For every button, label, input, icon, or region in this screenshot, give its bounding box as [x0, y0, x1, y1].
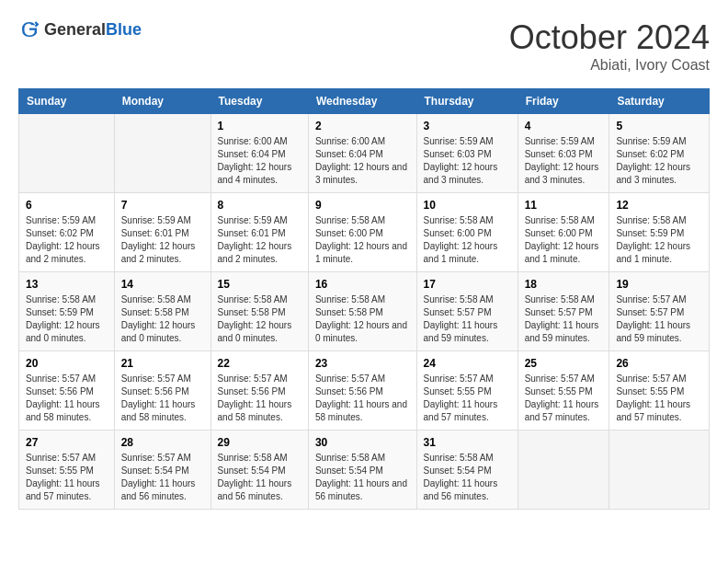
page-header: GeneralBlue October 2024 Abiati, Ivory C… — [18, 18, 710, 74]
calendar-cell: 30Sunrise: 5:58 AM Sunset: 5:54 PM Dayli… — [308, 431, 416, 510]
calendar-cell: 23Sunrise: 5:57 AM Sunset: 5:56 PM Dayli… — [308, 351, 416, 431]
day-number: 23 — [315, 357, 410, 370]
day-info: Sunrise: 5:58 AM Sunset: 5:57 PM Dayligh… — [424, 293, 511, 345]
calendar-cell: 19Sunrise: 5:57 AM Sunset: 5:57 PM Dayli… — [609, 272, 710, 351]
day-number: 31 — [424, 436, 511, 449]
calendar-cell: 22Sunrise: 5:57 AM Sunset: 5:56 PM Dayli… — [210, 351, 308, 431]
day-info: Sunrise: 5:57 AM Sunset: 5:54 PM Dayligh… — [121, 452, 204, 503]
calendar-cell: 15Sunrise: 5:58 AM Sunset: 5:58 PM Dayli… — [210, 272, 308, 351]
calendar-cell — [19, 114, 115, 193]
day-number: 6 — [26, 199, 108, 212]
day-info: Sunrise: 5:59 AM Sunset: 6:03 PM Dayligh… — [424, 135, 511, 187]
day-info: Sunrise: 5:58 AM Sunset: 5:54 PM Dayligh… — [424, 452, 511, 503]
calendar-cell: 9Sunrise: 5:58 AM Sunset: 6:00 PM Daylig… — [308, 193, 416, 272]
calendar-cell: 31Sunrise: 5:58 AM Sunset: 5:54 PM Dayli… — [416, 431, 518, 510]
day-info: Sunrise: 5:58 AM Sunset: 5:57 PM Dayligh… — [525, 293, 603, 345]
location-title: Abiati, Ivory Coast — [509, 57, 710, 74]
calendar-cell: 12Sunrise: 5:58 AM Sunset: 5:59 PM Dayli… — [609, 193, 710, 272]
weekday-header-saturday: Saturday — [609, 89, 710, 114]
day-number: 4 — [525, 120, 603, 132]
day-number: 17 — [424, 278, 511, 291]
day-info: Sunrise: 5:58 AM Sunset: 5:58 PM Dayligh… — [315, 293, 410, 345]
day-info: Sunrise: 5:57 AM Sunset: 5:57 PM Dayligh… — [616, 293, 702, 345]
calendar-cell: 21Sunrise: 5:57 AM Sunset: 5:56 PM Dayli… — [114, 351, 210, 431]
day-number: 24 — [424, 357, 511, 370]
day-info: Sunrise: 6:00 AM Sunset: 6:04 PM Dayligh… — [218, 135, 301, 187]
calendar-week-row: 1Sunrise: 6:00 AM Sunset: 6:04 PM Daylig… — [19, 114, 710, 193]
day-number: 27 — [26, 436, 108, 449]
calendar-cell — [518, 431, 609, 510]
calendar-cell: 24Sunrise: 5:57 AM Sunset: 5:55 PM Dayli… — [416, 351, 518, 431]
day-number: 2 — [315, 120, 410, 132]
day-info: Sunrise: 6:00 AM Sunset: 6:04 PM Dayligh… — [315, 135, 410, 187]
day-info: Sunrise: 5:59 AM Sunset: 6:01 PM Dayligh… — [218, 214, 301, 266]
day-number: 28 — [121, 436, 204, 449]
day-number: 20 — [26, 357, 108, 370]
calendar-cell: 1Sunrise: 6:00 AM Sunset: 6:04 PM Daylig… — [210, 114, 308, 193]
calendar-cell: 7Sunrise: 5:59 AM Sunset: 6:01 PM Daylig… — [114, 193, 210, 272]
day-info: Sunrise: 5:58 AM Sunset: 5:59 PM Dayligh… — [26, 293, 108, 345]
day-info: Sunrise: 5:57 AM Sunset: 5:56 PM Dayligh… — [26, 373, 108, 424]
day-info: Sunrise: 5:57 AM Sunset: 5:56 PM Dayligh… — [315, 373, 410, 424]
day-number: 19 — [616, 278, 702, 291]
day-info: Sunrise: 5:58 AM Sunset: 5:54 PM Dayligh… — [218, 452, 301, 503]
calendar-cell: 28Sunrise: 5:57 AM Sunset: 5:54 PM Dayli… — [114, 431, 210, 510]
logo-general: General — [44, 20, 106, 39]
day-number: 1 — [218, 120, 301, 132]
calendar-cell: 11Sunrise: 5:58 AM Sunset: 6:00 PM Dayli… — [518, 193, 609, 272]
day-info: Sunrise: 5:59 AM Sunset: 6:02 PM Dayligh… — [26, 214, 108, 266]
calendar-cell: 27Sunrise: 5:57 AM Sunset: 5:55 PM Dayli… — [19, 431, 115, 510]
month-title: October 2024 — [509, 18, 710, 57]
calendar-table: SundayMondayTuesdayWednesdayThursdayFrid… — [18, 88, 710, 510]
calendar-week-row: 6Sunrise: 5:59 AM Sunset: 6:02 PM Daylig… — [19, 193, 710, 272]
day-number: 9 — [315, 199, 410, 212]
day-info: Sunrise: 5:58 AM Sunset: 6:00 PM Dayligh… — [424, 214, 511, 266]
calendar-week-row: 13Sunrise: 5:58 AM Sunset: 5:59 PM Dayli… — [19, 272, 710, 351]
calendar-cell: 16Sunrise: 5:58 AM Sunset: 5:58 PM Dayli… — [308, 272, 416, 351]
day-number: 8 — [218, 199, 301, 212]
day-number: 13 — [26, 278, 108, 291]
calendar-cell: 10Sunrise: 5:58 AM Sunset: 6:00 PM Dayli… — [416, 193, 518, 272]
day-number: 18 — [525, 278, 603, 291]
weekday-header-monday: Monday — [114, 89, 210, 114]
day-info: Sunrise: 5:58 AM Sunset: 5:54 PM Dayligh… — [315, 452, 410, 503]
day-number: 22 — [218, 357, 301, 370]
day-info: Sunrise: 5:57 AM Sunset: 5:55 PM Dayligh… — [525, 373, 603, 424]
calendar-cell: 2Sunrise: 6:00 AM Sunset: 6:04 PM Daylig… — [308, 114, 416, 193]
day-info: Sunrise: 5:58 AM Sunset: 6:00 PM Dayligh… — [525, 214, 603, 266]
day-number: 12 — [616, 199, 702, 212]
title-section: October 2024 Abiati, Ivory Coast — [509, 18, 710, 74]
day-info: Sunrise: 5:58 AM Sunset: 5:58 PM Dayligh… — [121, 293, 204, 345]
calendar-cell — [609, 431, 710, 510]
day-info: Sunrise: 5:57 AM Sunset: 5:56 PM Dayligh… — [218, 373, 301, 424]
logo-icon — [18, 18, 40, 40]
calendar-cell: 25Sunrise: 5:57 AM Sunset: 5:55 PM Dayli… — [518, 351, 609, 431]
calendar-cell: 8Sunrise: 5:59 AM Sunset: 6:01 PM Daylig… — [210, 193, 308, 272]
calendar-cell: 13Sunrise: 5:58 AM Sunset: 5:59 PM Dayli… — [19, 272, 115, 351]
weekday-header-sunday: Sunday — [19, 89, 115, 114]
logo: GeneralBlue — [18, 18, 142, 40]
day-info: Sunrise: 5:59 AM Sunset: 6:03 PM Dayligh… — [525, 135, 603, 187]
day-info: Sunrise: 5:58 AM Sunset: 5:59 PM Dayligh… — [616, 214, 702, 266]
calendar-cell: 29Sunrise: 5:58 AM Sunset: 5:54 PM Dayli… — [210, 431, 308, 510]
calendar-cell: 18Sunrise: 5:58 AM Sunset: 5:57 PM Dayli… — [518, 272, 609, 351]
day-number: 15 — [218, 278, 301, 291]
day-info: Sunrise: 5:57 AM Sunset: 5:55 PM Dayligh… — [616, 373, 702, 424]
day-number: 26 — [616, 357, 702, 370]
calendar-cell: 4Sunrise: 5:59 AM Sunset: 6:03 PM Daylig… — [518, 114, 609, 193]
calendar-cell: 5Sunrise: 5:59 AM Sunset: 6:02 PM Daylig… — [609, 114, 710, 193]
weekday-header-tuesday: Tuesday — [210, 89, 308, 114]
day-info: Sunrise: 5:59 AM Sunset: 6:01 PM Dayligh… — [121, 214, 204, 266]
day-info: Sunrise: 5:58 AM Sunset: 6:00 PM Dayligh… — [315, 214, 410, 266]
day-info: Sunrise: 5:57 AM Sunset: 5:56 PM Dayligh… — [121, 373, 204, 424]
day-number: 7 — [121, 199, 204, 212]
day-number: 10 — [424, 199, 511, 212]
day-info: Sunrise: 5:58 AM Sunset: 5:58 PM Dayligh… — [218, 293, 301, 345]
day-info: Sunrise: 5:59 AM Sunset: 6:02 PM Dayligh… — [616, 135, 702, 187]
calendar-cell: 20Sunrise: 5:57 AM Sunset: 5:56 PM Dayli… — [19, 351, 115, 431]
weekday-header-friday: Friday — [518, 89, 609, 114]
calendar-cell: 17Sunrise: 5:58 AM Sunset: 5:57 PM Dayli… — [416, 272, 518, 351]
day-number: 5 — [616, 120, 702, 132]
day-number: 3 — [424, 120, 511, 132]
day-number: 30 — [315, 436, 410, 449]
